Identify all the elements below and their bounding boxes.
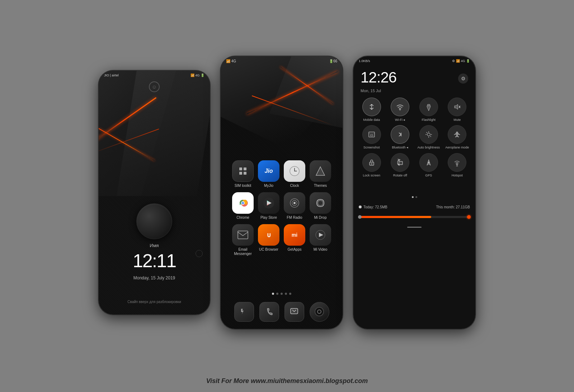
svg-rect-3 — [244, 172, 246, 175]
clock-icon — [284, 160, 305, 182]
qs-tile-hotspot[interactable]: Hotspot — [444, 153, 470, 178]
home-signal: 📶 4G — [226, 59, 236, 63]
qs-tile-gps[interactable]: GPS — [416, 153, 442, 178]
qs-tile-mute[interactable]: Mute — [444, 98, 470, 122]
signal-battery: 📶 4G 🔋 — [190, 74, 204, 77]
lock-screen-icon — [362, 153, 381, 172]
home-battery: 🔋66 — [329, 59, 337, 63]
qs-stat-today: Today: 72.5MB — [359, 205, 387, 209]
myjio-icon: Jio — [258, 160, 279, 182]
svg-point-18 — [293, 202, 296, 204]
qs-tile-rotate-off[interactable]: Rotate off — [387, 153, 413, 178]
svg-point-44 — [428, 162, 429, 163]
qs-progress-bar — [359, 216, 470, 218]
qs-data-stats: Today: 72.5MB This month: 27.11GB — [359, 205, 470, 209]
phone-2: 📶 4G 🔋66 SIM — [221, 56, 343, 329]
rotate-off-label: Rotate off — [393, 174, 407, 178]
svg-rect-33 — [370, 134, 373, 136]
gps-label: GPS — [425, 174, 432, 178]
chrome-icon — [232, 192, 254, 214]
fmradio-label: FM Radio — [287, 216, 302, 220]
svg-marker-27 — [427, 104, 430, 111]
qs-tile-flashlight[interactable]: Flashlight — [416, 98, 442, 122]
lock-date: Monday, 15 July 2019 — [99, 275, 210, 280]
getapps-label: GetApps — [288, 247, 302, 252]
qs-tile-auto-brightness[interactable]: Auto brightness — [416, 125, 442, 150]
app-chrome[interactable]: Chrome — [231, 192, 254, 220]
qs-month-text: This month: 27.11GB — [436, 205, 470, 209]
svg-rect-43 — [399, 161, 403, 165]
qs-tile-screenshot[interactable]: Screenshot — [359, 125, 385, 150]
app-playstore[interactable]: Play Store — [257, 192, 280, 220]
app-email[interactable]: Email Messenger — [231, 224, 254, 256]
qs-speed: 1.0KB/s — [359, 59, 370, 63]
gps-icon — [419, 153, 438, 172]
dock-camera[interactable] — [310, 302, 329, 322]
qs-dot-1 — [412, 196, 414, 198]
sim-toolkit-icon — [232, 160, 254, 182]
svg-line-39 — [426, 132, 427, 133]
svg-point-26 — [400, 109, 401, 110]
app-myjio[interactable]: Jio MyJio — [257, 160, 280, 188]
mobile-data-label: Mobile data — [363, 118, 380, 122]
ucbrowser-icon: ᴜ — [258, 224, 279, 246]
bluetooth-label: Bluetooth ◂ — [392, 146, 408, 150]
ucbrowser-label: UC Browser — [259, 247, 278, 252]
phone-3: 1.0KB/s ⚙ 📶 4G 🔋 12:26 Mon, 15 Jul ⚙ — [353, 56, 475, 329]
app-midrop[interactable]: Mi Drop — [309, 192, 332, 220]
lock-fingerprint-circle[interactable] — [136, 203, 172, 239]
fmradio-icon — [284, 192, 305, 214]
chrome-label: Chrome — [236, 216, 249, 220]
qs-progress-dot-left — [358, 215, 362, 219]
home-dock — [231, 302, 332, 322]
page-dot-3 — [281, 293, 283, 295]
home-status-bar: 📶 4G 🔋66 — [226, 59, 337, 63]
email-icon — [232, 224, 254, 246]
flashlight-label: Flashlight — [422, 118, 436, 122]
apps-grid: SIM toolkit Jio MyJio — [231, 160, 332, 256]
svg-point-24 — [315, 307, 324, 316]
page-dot-5 — [289, 293, 291, 295]
qs-tile-mobile-data[interactable]: Mobile data — [359, 98, 385, 122]
midrop-icon — [310, 192, 331, 214]
qs-tile-bluetooth[interactable]: Bluetooth ◂ — [387, 125, 413, 150]
lock-time: 12:11 — [99, 250, 210, 271]
app-ucbrowser[interactable]: ᴜ UC Browser — [257, 224, 280, 256]
page-dot-4 — [285, 293, 287, 295]
clock-label: Clock — [290, 184, 299, 188]
page-dots — [221, 293, 343, 295]
qs-date: Mon, 15 Jul — [361, 89, 381, 93]
qs-tile-wifi[interactable]: Wi-Fi ◂ — [387, 98, 413, 122]
qs-tile-aeroplane[interactable]: Aeroplane mode — [444, 125, 470, 150]
app-fmradio[interactable]: FM Radio — [283, 192, 306, 220]
qs-settings-button[interactable]: ⚙ — [458, 74, 468, 84]
qs-dot-2 — [415, 196, 417, 198]
user-name: Имя — [99, 243, 210, 248]
getapps-icon: mi — [284, 224, 305, 246]
dock-messages[interactable] — [284, 302, 304, 322]
aeroplane-label: Aeroplane mode — [445, 146, 469, 150]
app-themes[interactable]: Themes — [309, 160, 332, 188]
svg-line-40 — [430, 136, 431, 137]
themes-label: Themes — [314, 184, 327, 188]
phone-1: JIO | airtel 📶 4G 🔋 Имя 12:11 Monday, 15… — [99, 71, 210, 315]
dock-phone[interactable] — [259, 302, 279, 322]
qs-tile-lock-screen[interactable]: Lock screen — [359, 153, 385, 178]
screenshot-icon — [362, 125, 381, 144]
app-getapps[interactable]: mi GetApps — [283, 224, 306, 256]
svg-rect-0 — [239, 167, 242, 170]
app-mivideo[interactable]: Mi Video — [309, 224, 332, 256]
bluetooth-icon — [391, 125, 409, 144]
app-sim-toolkit[interactable]: SIM toolkit — [231, 160, 254, 188]
screenshot-label: Screenshot — [363, 146, 380, 150]
svg-rect-23 — [291, 308, 298, 314]
page-dot-1 — [272, 293, 274, 295]
qs-today-text: Today: 72.5MB — [363, 205, 387, 209]
swipe-hint: Свайп вверх для разблокировки — [99, 300, 210, 304]
dock-item-1[interactable] — [234, 302, 254, 322]
svg-marker-22 — [241, 309, 244, 315]
qs-progress-dot-right — [467, 215, 471, 219]
aeroplane-icon — [448, 125, 466, 144]
mivideo-label: Mi Video — [314, 247, 328, 252]
app-clock[interactable]: Clock — [283, 160, 306, 188]
